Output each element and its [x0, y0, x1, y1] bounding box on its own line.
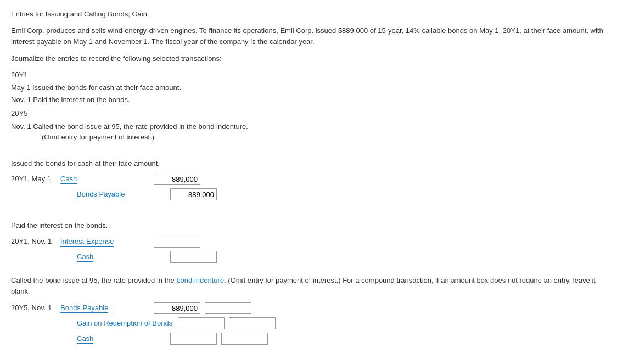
entry1-credit-input[interactable] [170, 188, 217, 200]
entry3-row2-credit-input[interactable] [229, 317, 276, 329]
journal-entry-1: 20Y1, May 1 Cash Bonds Payable [11, 173, 606, 200]
entry3-row3-credit-input[interactable] [221, 333, 268, 345]
section1-label: Issued the bonds for cash at their face … [11, 158, 606, 169]
cash-link-3[interactable]: Cash [77, 334, 93, 344]
entry1-debit-account: Cash [60, 173, 148, 184]
entry3-date: 20Y5, Nov. 1 [11, 303, 60, 313]
entry1-date: 20Y1, May 1 [11, 173, 60, 184]
section3-label: Called the bond issue at 95, the rate pr… [11, 275, 606, 298]
description-text: Emil Corp. produces and sells wind-energ… [11, 25, 606, 48]
entry3-row3-account: Cash [77, 333, 165, 344]
journal-entry-3: 20Y5, Nov. 1 Bonds Payable Gain on Redem… [11, 302, 606, 345]
entry2-debit-input[interactable] [154, 236, 200, 248]
instruction-content: Journalize the entries to record the fol… [11, 54, 222, 63]
year1-label: 20Y1 [11, 70, 606, 81]
entry3-row1: 20Y5, Nov. 1 Bonds Payable [11, 302, 606, 314]
entry2-credit-row: Cash [11, 251, 606, 263]
entry2-credit-account: Cash [77, 251, 165, 262]
cash-link-1[interactable]: Cash [60, 175, 77, 184]
entry2-date: 20Y1, Nov. 1 [11, 236, 60, 247]
entry1-credit-row: Bonds Payable [11, 188, 606, 200]
entry3-row2-debit-input[interactable] [178, 317, 225, 329]
title-text: Entries for Issuing and Calling Bonds; G… [11, 10, 147, 18]
year5-label: 20Y5 [11, 108, 606, 119]
cash-link-2[interactable]: Cash [77, 253, 93, 262]
entry3-row1-credit-input[interactable] [205, 302, 251, 314]
gain-redemption-link[interactable]: Gain on Redemption of Bonds [77, 319, 172, 328]
description-content: Emil Corp. produces and sells wind-energ… [11, 26, 603, 46]
interest-expense-link[interactable]: Interest Expense [60, 237, 114, 247]
instruction-text: Journalize the entries to record the fol… [11, 53, 606, 64]
transaction3-item: Nov. 1 Called the bond issue at 95, the … [11, 121, 606, 143]
entry2-debit-account: Interest Expense [60, 236, 148, 247]
entry3-row3: Cash [11, 333, 606, 345]
entry3-row2-account: Gain on Redemption of Bonds [77, 318, 172, 329]
bonds-payable-link-1[interactable]: Bonds Payable [77, 190, 125, 199]
entry1-debit-input[interactable] [154, 173, 200, 185]
entry2-debit-row: 20Y1, Nov. 1 Interest Expense [11, 236, 606, 248]
page-title: Entries for Issuing and Calling Bonds; G… [11, 9, 606, 20]
entry3-row1-account: Bonds Payable [60, 303, 148, 313]
transaction1-item: May 1 Issued the bonds for cash at their… [11, 82, 606, 93]
entry3-row1-debit-input[interactable] [154, 302, 200, 314]
transaction2-item: Nov. 1 Paid the interest on the bonds. [11, 94, 606, 105]
entry3-row2: Gain on Redemption of Bonds [11, 317, 606, 329]
entry1-debit-row: 20Y1, May 1 Cash [11, 173, 606, 185]
entry2-credit-input[interactable] [170, 251, 217, 263]
entry1-credit-account: Bonds Payable [77, 189, 165, 200]
bonds-payable-link-2[interactable]: Bonds Payable [60, 304, 108, 313]
entry3-row3-debit-input[interactable] [170, 333, 217, 345]
bond-indenture-link[interactable]: bond indenture [176, 276, 224, 284]
section2-label: Paid the interest on the bonds. [11, 220, 606, 231]
journal-entry-2: 20Y1, Nov. 1 Interest Expense Cash [11, 236, 606, 263]
